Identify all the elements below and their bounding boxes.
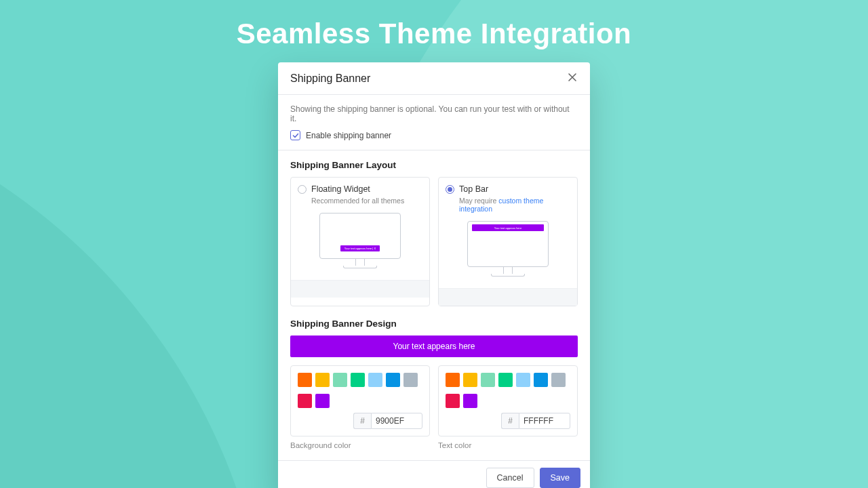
txt-color-label: Text color: [438, 441, 578, 449]
design-section: Shipping Banner Design Your text appears…: [278, 309, 590, 460]
layout-section-title: Shipping Banner Layout: [290, 160, 578, 170]
intro-text: Showing the shipping banner is optional.…: [290, 104, 578, 123]
color-swatch[interactable]: [516, 373, 530, 387]
color-swatch[interactable]: [481, 373, 495, 387]
layout-section: Shipping Banner Layout Floating Widget R…: [278, 150, 590, 309]
color-swatch[interactable]: [298, 373, 312, 387]
modal-header: Shipping Banner: [278, 62, 590, 95]
bg-color-panel: #: [290, 365, 430, 436]
checkbox-label: Enable shipping banner: [306, 131, 391, 140]
color-swatch[interactable]: [446, 373, 460, 387]
color-swatch[interactable]: [315, 373, 330, 387]
intro-section: Showing the shipping banner is optional.…: [278, 95, 590, 150]
hash-prefix: #: [353, 413, 371, 429]
layout-sub-topbar: May require custom theme integration: [459, 197, 570, 213]
design-section-title: Shipping Banner Design: [290, 319, 578, 329]
color-swatch[interactable]: [534, 373, 548, 387]
layout-name-floating: Floating Widget: [311, 184, 370, 194]
bg-swatches: [298, 373, 422, 408]
modal-footer: Cancel Save: [278, 460, 590, 488]
txt-color-panel: #: [438, 365, 578, 436]
cancel-button[interactable]: Cancel: [486, 468, 534, 488]
txt-hex-input[interactable]: [519, 413, 570, 429]
color-swatch[interactable]: [315, 394, 330, 408]
txt-swatches: [446, 373, 570, 408]
shipping-banner-modal: Shipping Banner Showing the shipping ban…: [278, 62, 590, 488]
monitor-floating: Your text appears here | X: [298, 205, 422, 280]
color-swatch[interactable]: [351, 373, 365, 387]
color-swatch[interactable]: [463, 373, 477, 387]
modal-title: Shipping Banner: [290, 73, 370, 85]
hash-prefix: #: [501, 413, 519, 429]
banner-preview: Your text appears here: [290, 336, 578, 357]
color-swatch[interactable]: [403, 373, 418, 387]
enable-checkbox-row[interactable]: Enable shipping banner: [290, 130, 578, 140]
layout-option-floating[interactable]: Floating Widget Recommended for all them…: [290, 177, 430, 306]
save-button[interactable]: Save: [540, 468, 581, 488]
layout-sub-floating: Recommended for all themes: [311, 197, 422, 205]
layout-sub-prefix: May require: [459, 197, 498, 205]
color-swatch[interactable]: [463, 394, 477, 408]
page-heading: Seamless Theme Integration: [0, 0, 868, 50]
checkbox-icon[interactable]: [290, 130, 300, 140]
layout-option-topbar[interactable]: Top Bar May require custom theme integra…: [438, 177, 578, 306]
floating-preview-text: Your text appears here | X: [344, 247, 376, 250]
color-swatch[interactable]: [551, 373, 566, 387]
bg-color-label: Background color: [290, 441, 430, 449]
color-swatch[interactable]: [333, 373, 347, 387]
radio-topbar[interactable]: [446, 185, 454, 194]
radio-floating[interactable]: [298, 185, 307, 194]
color-swatch[interactable]: [368, 373, 382, 387]
color-swatch[interactable]: [498, 373, 513, 387]
color-swatch[interactable]: [386, 373, 400, 387]
color-swatch[interactable]: [446, 394, 460, 408]
close-icon[interactable]: [567, 72, 578, 85]
color-swatch[interactable]: [298, 394, 312, 408]
layout-name-topbar: Top Bar: [459, 184, 488, 194]
topbar-preview-text: Your text appears here: [494, 226, 521, 230]
monitor-topbar: Your text appears here: [446, 213, 570, 288]
bg-hex-input[interactable]: [371, 413, 422, 429]
